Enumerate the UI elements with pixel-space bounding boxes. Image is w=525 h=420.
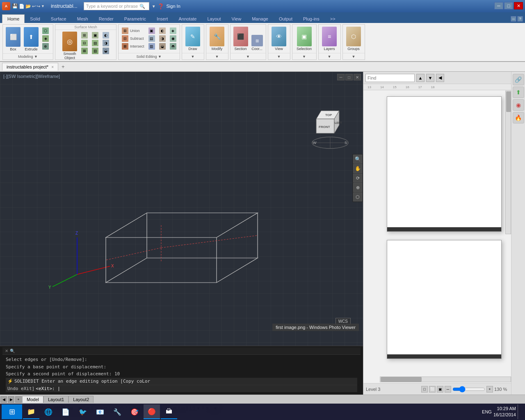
coord-btn[interactable]: ⊞ Coor...	[250, 34, 264, 52]
se-s6[interactable]: ▥	[148, 43, 156, 50]
mesh-s3[interactable]: ⊠	[80, 47, 89, 55]
start-btn[interactable]: ⊞	[2, 404, 22, 419]
nav-full-nav[interactable]: ⊕	[353, 183, 362, 192]
qat-new[interactable]: 📄	[19, 4, 25, 9]
mesh-s8[interactable]: ◑	[102, 39, 110, 47]
draw-label[interactable]: ▼	[182, 53, 204, 59]
se-s3[interactable]: ⊠Intersect	[121, 43, 145, 50]
groups-btn[interactable]: ⬡ Groups	[345, 26, 362, 52]
viewport-close[interactable]: ✕	[354, 74, 361, 80]
ribbon-minimize-btn[interactable]: ─	[511, 16, 516, 22]
cmdline-input-line[interactable]: ⚡ SOLIDEDIT Enter an edge editing option…	[6, 378, 357, 385]
nav-orbit[interactable]: ⟳	[353, 173, 362, 183]
modeling-label[interactable]: Modeling ▼	[3, 53, 53, 59]
qat-undo[interactable]: ↩	[32, 4, 36, 9]
taskbar-app-twitter[interactable]: 🐦	[75, 404, 91, 419]
taskbar-app-explorer[interactable]: 📁	[23, 404, 39, 419]
se-s9[interactable]: ◒	[158, 43, 167, 50]
modeling-small-1[interactable]: ⬡	[41, 27, 50, 34]
tab-output[interactable]: Output	[274, 14, 298, 23]
tab-view[interactable]: View	[226, 14, 247, 23]
zoom-slider[interactable]	[452, 387, 485, 392]
se-s1[interactable]: ⊞Union	[121, 27, 145, 34]
mesh-s7[interactable]: ◐	[102, 32, 110, 39]
tab-model[interactable]: Model	[22, 396, 43, 403]
cmdline-cursor[interactable]: <eXit>: |	[36, 386, 60, 391]
find-input[interactable]	[365, 74, 415, 82]
mesh-s6[interactable]: ▥	[91, 47, 99, 55]
doc-tab-main[interactable]: instructables project* ×	[2, 63, 58, 71]
taskbar-app-chrome[interactable]: 🌐	[40, 404, 57, 419]
qat-redo[interactable]: ↪	[37, 4, 40, 9]
cmdline-shrink[interactable]: 🔍	[10, 349, 15, 353]
solid-editing-label[interactable]: Solid Editing ▼	[119, 53, 180, 59]
zoom-out-btn[interactable]: ─	[445, 386, 451, 393]
viewport-restore[interactable]: □	[345, 74, 353, 80]
smooth-object-btn[interactable]: ◎ SmoothObject	[61, 31, 79, 61]
mesh-s9[interactable]: ◒	[102, 47, 110, 55]
tab-nav-next[interactable]: ▶	[8, 396, 14, 403]
layers-btn[interactable]: ≡ Layers	[321, 26, 338, 52]
right-vscroll[interactable]	[505, 91, 511, 234]
tab-annotate[interactable]: Annotate	[173, 14, 202, 23]
qat-save[interactable]: 💾	[12, 3, 18, 9]
help-icon[interactable]: ❓	[158, 3, 164, 9]
se-s5[interactable]: ▤	[148, 35, 156, 42]
viewport[interactable]: [-][SW Isometric][Wireframe] ─ □ ✕ W S	[0, 72, 363, 395]
cmdline-toggle[interactable]: ✕	[5, 349, 8, 353]
close-btn[interactable]: ✕	[514, 2, 523, 9]
se-s4[interactable]: ▣	[148, 27, 156, 34]
se-s10[interactable]: ◈	[169, 27, 177, 34]
signin-btn[interactable]: Sign In	[167, 4, 180, 9]
right-hscroll-thumb[interactable]	[381, 377, 422, 382]
show-desktop-btn[interactable]	[518, 404, 520, 419]
page-fit-btn[interactable]: □	[421, 386, 428, 393]
ribbon-info-btn[interactable]: ?	[517, 16, 523, 22]
tab-solid[interactable]: Solid	[25, 14, 45, 23]
taskbar-app-photos[interactable]: 🏔	[161, 404, 177, 419]
mesh-s1[interactable]: ⊞	[80, 32, 89, 39]
tab-parametric[interactable]: Parametric	[119, 14, 151, 23]
tab-insert[interactable]: Insert	[151, 14, 173, 23]
nav-extent[interactable]: ⬡	[353, 192, 362, 201]
rs-icon-2[interactable]: ⬆	[513, 87, 524, 98]
draw-btn[interactable]: ✎ Draw	[184, 26, 201, 52]
tab-render[interactable]: Render	[94, 14, 119, 23]
wcs-button[interactable]: WCS	[336, 318, 351, 325]
find-next-btn[interactable]: ▼	[426, 74, 434, 82]
modify-label[interactable]: ▼	[206, 53, 228, 59]
se-s12[interactable]: ◓	[169, 43, 177, 50]
page-view-btn[interactable]: ▣	[437, 386, 443, 393]
mesh-s4[interactable]: ▣	[91, 32, 99, 39]
page-width-btn[interactable]: ⬜	[429, 386, 436, 393]
zoom-in-btn[interactable]: +	[486, 386, 493, 393]
mesh-s2[interactable]: ⊟	[80, 39, 89, 47]
minimize-btn[interactable]: ─	[494, 2, 503, 9]
rs-icon-4[interactable]: 🔥	[513, 112, 524, 123]
selection-btn[interactable]: ▣ Selection	[295, 26, 313, 52]
taskbar-app-autocad[interactable]: 🔴	[144, 404, 160, 419]
modeling-small-3[interactable]: ⊕	[41, 43, 50, 50]
nav-zoom-in[interactable]: 🔍	[353, 155, 362, 164]
new-tab-btn[interactable]: +	[59, 62, 67, 71]
taskbar-app-tools[interactable]: 🔧	[109, 404, 126, 419]
modeling-small-2[interactable]: ◈	[41, 35, 50, 42]
box-btn[interactable]: ⬜ Box	[5, 26, 22, 52]
nav-pan[interactable]: ✋	[353, 164, 362, 173]
taskbar-app-target[interactable]: 🎯	[126, 404, 143, 419]
tab-layout2[interactable]: Layout2	[68, 396, 94, 403]
rs-icon-3[interactable]: ◉	[513, 99, 524, 111]
tab-new[interactable]: +	[15, 396, 22, 403]
tab-more[interactable]: >>	[325, 14, 341, 23]
tab-surface[interactable]: Surface	[46, 14, 72, 23]
qat-dropdown[interactable]: ▼	[41, 4, 45, 8]
taskbar-app-word[interactable]: 📄	[57, 404, 74, 419]
find-prev-btn[interactable]: ▲	[416, 74, 425, 82]
se-s2[interactable]: ⊟Subtract	[121, 35, 145, 42]
right-vscroll-thumb[interactable]	[506, 91, 511, 112]
tab-mesh[interactable]: Mesh	[72, 14, 94, 23]
maximize-btn[interactable]: □	[504, 2, 513, 9]
nav-cube[interactable]: W S TOP FRONT LEFT	[308, 94, 353, 148]
extrude-btn[interactable]: ⬆ Extrude	[23, 26, 40, 52]
mesh-s5[interactable]: ▤	[91, 39, 99, 47]
